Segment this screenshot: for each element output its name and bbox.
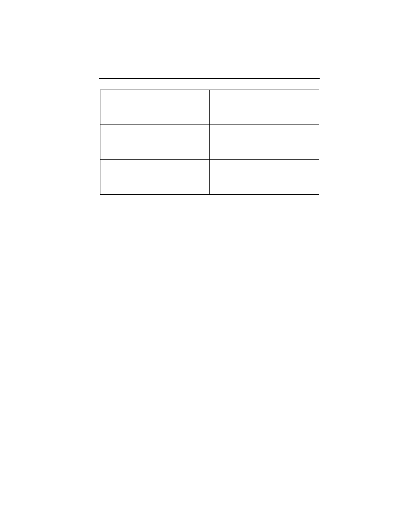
table-row [100,160,319,195]
table-cell [210,160,319,195]
table-row [100,125,319,160]
horizontal-rule [99,78,320,79]
table-cell [100,125,210,160]
table-row [100,90,319,125]
empty-table [100,90,319,195]
table-cell [210,125,319,160]
table-cell [100,160,210,195]
table-cell [210,90,319,125]
table-cell [100,90,210,125]
